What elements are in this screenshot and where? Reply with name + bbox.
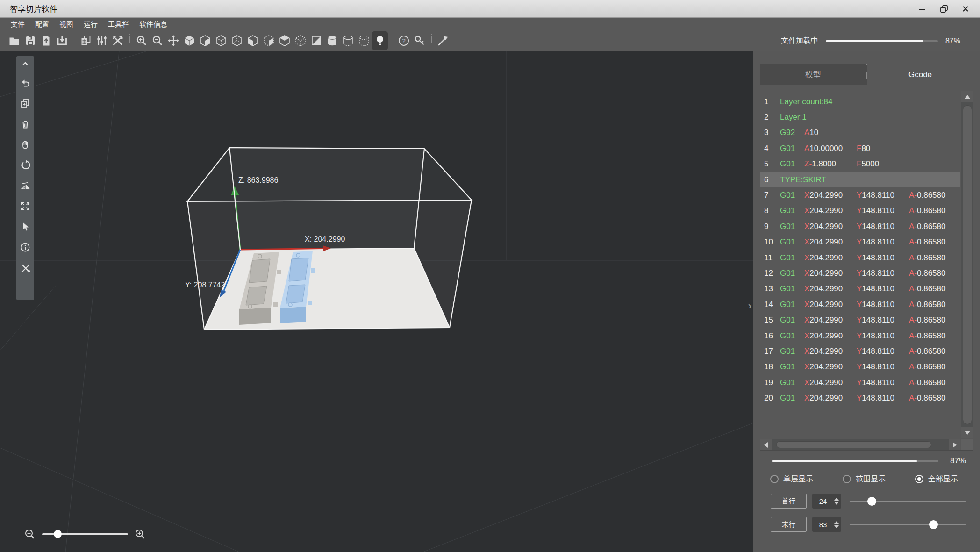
pan-hand-button[interactable] xyxy=(16,137,34,151)
gcode-progress-bar[interactable] xyxy=(772,460,938,462)
menu-item-file[interactable]: 文件 xyxy=(6,18,30,30)
viewport-3d[interactable]: Z: 863.9986 X: 204.2990 Y: 208.7742 xyxy=(0,51,753,552)
move-view-button[interactable] xyxy=(165,31,181,50)
gcode-line-9[interactable]: 9G01X204.2990Y148.8110A-0.86580 xyxy=(760,219,960,234)
minimize-button[interactable] xyxy=(912,0,933,18)
view-cube-wire-b-button[interactable] xyxy=(229,31,245,50)
export-file-button[interactable] xyxy=(38,31,54,50)
open-file-button[interactable] xyxy=(7,31,22,50)
viewport-zoom-thumb[interactable] xyxy=(54,530,62,538)
info-button[interactable] xyxy=(16,240,34,254)
repair-tools-button[interactable] xyxy=(16,261,34,275)
gcode-line-16[interactable]: 16G01X204.2990Y148.8110A-0.86580 xyxy=(760,328,960,344)
view-cube-wire-a-button[interactable] xyxy=(213,31,229,50)
menu-item-run[interactable]: 运行 xyxy=(79,18,103,30)
gcode-line-6[interactable]: 6TYPE:SKIRT xyxy=(760,172,960,187)
select-cursor-button[interactable] xyxy=(16,220,34,234)
cursor-icon xyxy=(20,222,30,232)
blade-button[interactable] xyxy=(436,31,451,50)
zoom-in-button[interactable] xyxy=(134,31,150,50)
gcode-line-15[interactable]: 15G01X204.2990Y148.8110A-0.86580 xyxy=(760,312,960,328)
parameter-sliders-button[interactable] xyxy=(94,31,110,50)
restore-button[interactable] xyxy=(933,0,955,18)
gcode-horizontal-scrollbar[interactable] xyxy=(760,439,960,450)
help-icon: ? xyxy=(398,35,410,47)
horizontal-scroll-thumb[interactable] xyxy=(776,441,931,448)
tab-gcode[interactable]: Gcode xyxy=(867,64,973,85)
radio-range-display[interactable]: 范围显示 xyxy=(843,473,886,485)
view-cube-left-face-button[interactable] xyxy=(245,31,261,50)
gcode-token: A-0.86580 xyxy=(909,206,960,215)
gcode-line-19[interactable]: 19G01X204.2990Y148.8110A-0.86580 xyxy=(760,375,960,390)
view-cube-half-button[interactable] xyxy=(308,31,324,50)
panel-collapse-chevron[interactable]: › xyxy=(748,301,751,311)
last-line-slider[interactable] xyxy=(850,524,966,525)
gcode-line-1[interactable]: 1Layer count:84 xyxy=(760,94,960,109)
scroll-up-button[interactable] xyxy=(961,91,973,102)
gcode-line-3[interactable]: 3G92A10 xyxy=(760,125,960,141)
gcode-line-2[interactable]: 2Layer:1 xyxy=(760,109,960,125)
viewport-zoom-slider[interactable] xyxy=(42,533,128,535)
zoom-out-button[interactable] xyxy=(150,31,165,50)
cube-wire-dashed-icon xyxy=(231,35,243,47)
save-file-button[interactable] xyxy=(22,31,38,50)
view-cube-top-face-button[interactable] xyxy=(277,31,293,50)
menu-item-view[interactable]: 视图 xyxy=(54,18,79,30)
import-file-button[interactable] xyxy=(54,31,70,50)
gcode-line-8[interactable]: 8G01X204.2990Y148.8110A-0.86580 xyxy=(760,203,960,219)
gcode-line-5[interactable]: 5G01Z-1.8000F5000 xyxy=(760,157,960,172)
gcode-vertical-scrollbar[interactable] xyxy=(961,91,973,438)
radio-show-all[interactable]: 全部显示 xyxy=(915,473,958,485)
gcode-line-4[interactable]: 4G01A10.00000F80 xyxy=(760,141,960,156)
first-line-button[interactable]: 首行 xyxy=(771,494,807,509)
delete-button[interactable] xyxy=(16,117,34,131)
collapse-toolbar-button[interactable] xyxy=(16,58,34,69)
scroll-left-button[interactable] xyxy=(760,439,772,450)
mirror-scale-button[interactable] xyxy=(16,179,34,193)
spinner-arrows-icon[interactable] xyxy=(834,521,841,528)
radio-single-layer[interactable]: 单层显示 xyxy=(770,473,813,485)
gcode-line-18[interactable]: 18G01X204.2990Y148.8110A-0.86580 xyxy=(760,359,960,375)
duplicate-button[interactable] xyxy=(78,31,94,50)
close-button[interactable] xyxy=(955,0,976,18)
undo-button[interactable] xyxy=(16,76,34,90)
spinner-arrows-icon[interactable] xyxy=(834,498,841,505)
last-line-slider-thumb[interactable] xyxy=(929,520,938,529)
probe-key-button[interactable] xyxy=(412,31,428,50)
last-line-spinner[interactable]: 83 xyxy=(812,517,841,532)
first-line-spinner[interactable]: 24 xyxy=(812,494,841,509)
first-line-slider[interactable] xyxy=(850,501,966,502)
gcode-line-20[interactable]: 20G01X204.2990Y148.8110A-0.86580 xyxy=(760,390,960,406)
gcode-line-7[interactable]: 7G01X204.2990Y148.8110A-0.86580 xyxy=(760,187,960,203)
view-cylinder-wire-button[interactable] xyxy=(340,31,356,50)
gcode-line-17[interactable]: 17G01X204.2990Y148.8110A-0.86580 xyxy=(760,344,960,359)
add-copy-button[interactable] xyxy=(16,96,34,110)
first-line-slider-thumb[interactable] xyxy=(867,497,876,506)
menu-item-toolbar[interactable]: 工具栏 xyxy=(103,18,134,30)
view-cylinder-dashed-button[interactable] xyxy=(356,31,372,50)
help-button[interactable]: ? xyxy=(396,31,412,50)
zoom-out-minus-icon[interactable] xyxy=(24,529,36,540)
gcode-line-10[interactable]: 10G01X204.2990Y148.8110A-0.86580 xyxy=(760,235,960,250)
gcode-line-13[interactable]: 13G01X204.2990Y148.8110A-0.86580 xyxy=(760,281,960,297)
tab-model[interactable]: 模型 xyxy=(760,64,867,85)
rotate-button[interactable] xyxy=(16,158,34,172)
view-cube-right-face-button[interactable] xyxy=(261,31,277,50)
gcode-line-14[interactable]: 14G01X204.2990Y148.8110A-0.86580 xyxy=(760,297,960,312)
zoom-in-plus-icon[interactable] xyxy=(135,529,146,540)
view-cube-dashed-button[interactable] xyxy=(293,31,308,50)
machine-tools-button[interactable] xyxy=(110,31,126,50)
gcode-line-11[interactable]: 11G01X204.2990Y148.8110A-0.86580 xyxy=(760,250,960,265)
view-cube-solid-button[interactable] xyxy=(181,31,197,50)
last-line-button[interactable]: 末行 xyxy=(771,517,807,532)
maximize-fit-button[interactable] xyxy=(16,199,34,213)
menu-item-config[interactable]: 配置 xyxy=(30,18,54,30)
vertical-scroll-thumb[interactable] xyxy=(963,105,972,424)
gcode-line-12[interactable]: 12G01X204.2990Y148.8110A-0.86580 xyxy=(760,265,960,281)
scroll-right-button[interactable] xyxy=(949,439,960,450)
toggle-light-button[interactable] xyxy=(372,31,388,50)
view-cylinder-solid-button[interactable] xyxy=(324,31,340,50)
view-cube-fold-button[interactable] xyxy=(197,31,213,50)
scroll-down-button[interactable] xyxy=(961,427,973,438)
menu-item-about[interactable]: 软件信息 xyxy=(134,18,172,30)
